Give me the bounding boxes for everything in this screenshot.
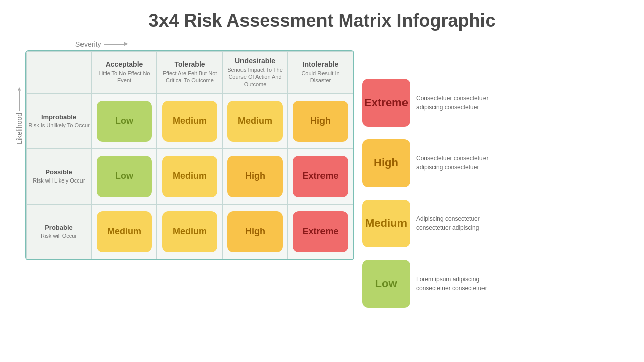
risk-badge: High xyxy=(227,156,283,197)
matrix-row: ProbableRisk will OccurMediumMediumHighE… xyxy=(26,204,353,259)
row-label-1: PossibleRisk will Likely Occur xyxy=(26,149,92,204)
matrix-wrapper: Likelihood Acceptable Little To No Effec… xyxy=(15,50,354,260)
matrix-row: PossibleRisk will Likely OccurLowMediumH… xyxy=(26,149,353,204)
header-row: Acceptable Little To No Effect No Event … xyxy=(26,51,353,94)
row-label-2: ProbableRisk will Occur xyxy=(26,204,92,259)
legend-badge: Extreme xyxy=(362,79,410,127)
risk-badge: High xyxy=(227,211,283,252)
risk-badge: Low xyxy=(97,156,152,197)
cell-r1-c0: Low xyxy=(92,149,157,204)
legend-row-3: LowLorem ipsum adipiscing consectetuer c… xyxy=(362,255,497,312)
risk-badge: High xyxy=(293,101,348,142)
corner-cell xyxy=(26,51,92,94)
row-label-0: ImprobableRisk Is Unlikely To Occur xyxy=(26,94,92,149)
legend-badge: High xyxy=(362,139,410,187)
cell-r2-c0: Medium xyxy=(92,204,157,259)
legend-text: Lorem ipsum adipiscing consectetuer cons… xyxy=(416,275,497,293)
likelihood-arrow xyxy=(17,90,22,111)
header-tolerable: Tolerable Effect Are Felt But Not Critic… xyxy=(157,51,222,94)
likelihood-label: Likelihood xyxy=(15,90,23,144)
risk-badge: Low xyxy=(97,101,152,142)
legend-text: Consectetuer consectetuer adipiscing con… xyxy=(416,154,497,172)
risk-badge: Medium xyxy=(162,156,217,197)
risk-badge: Extreme xyxy=(293,156,348,197)
cell-r1-c1: Medium xyxy=(157,149,222,204)
likelihood-label-wrapper: Likelihood xyxy=(15,90,23,144)
legend-row-0: ExtremeConsectetuer consectetuer adipisc… xyxy=(362,74,497,131)
page-title: 3x4 Risk Assessment Matrix Infographic xyxy=(149,10,496,31)
legend-badge: Medium xyxy=(362,200,410,247)
cell-r0-c2: Medium xyxy=(222,94,288,149)
header-undesirable: Undesirable Serious Impact To The Course… xyxy=(222,51,288,94)
cell-r2-c2: High xyxy=(222,204,288,259)
legend-badge: Low xyxy=(362,260,410,308)
cell-r0-c3: High xyxy=(288,94,353,149)
legend-row-2: MediumAdipiscing consectetuer consectetu… xyxy=(362,195,497,251)
left-section: Severity Likelihood Acceptable Li xyxy=(15,40,354,260)
risk-matrix: Acceptable Little To No Effect No Event … xyxy=(25,50,354,260)
risk-badge: Extreme xyxy=(293,211,348,252)
cell-r2-c1: Medium xyxy=(157,204,222,259)
header-acceptable: Acceptable Little To No Effect No Event xyxy=(92,51,157,94)
risk-badge: Medium xyxy=(97,211,152,252)
main-layout: Severity Likelihood Acceptable Li xyxy=(15,40,629,316)
severity-label: Severity xyxy=(75,40,124,48)
header-intolerable: Intolerable Could Result In Disaster xyxy=(288,51,353,94)
right-section: ExtremeConsectetuer consectetuer adipisc… xyxy=(362,74,497,316)
risk-badge: Medium xyxy=(227,101,283,142)
matrix-row: ImprobableRisk Is Unlikely To OccurLowMe… xyxy=(26,94,353,149)
cell-r1-c3: Extreme xyxy=(288,149,353,204)
cell-r1-c2: High xyxy=(222,149,288,204)
cell-r0-c1: Medium xyxy=(157,94,222,149)
risk-badge: Medium xyxy=(162,211,217,252)
cell-r2-c3: Extreme xyxy=(288,204,353,259)
legend-text: Consectetuer consectetuer adipiscing con… xyxy=(416,94,497,112)
legend-row-1: HighConsectetuer consectetuer adipiscing… xyxy=(362,135,497,191)
cell-r0-c0: Low xyxy=(92,94,157,149)
risk-badge: Medium xyxy=(162,101,217,142)
severity-arrow xyxy=(104,42,124,47)
severity-text: Severity xyxy=(75,40,101,48)
legend-text: Adipiscing consectetuer consectetuer adi… xyxy=(416,214,497,232)
